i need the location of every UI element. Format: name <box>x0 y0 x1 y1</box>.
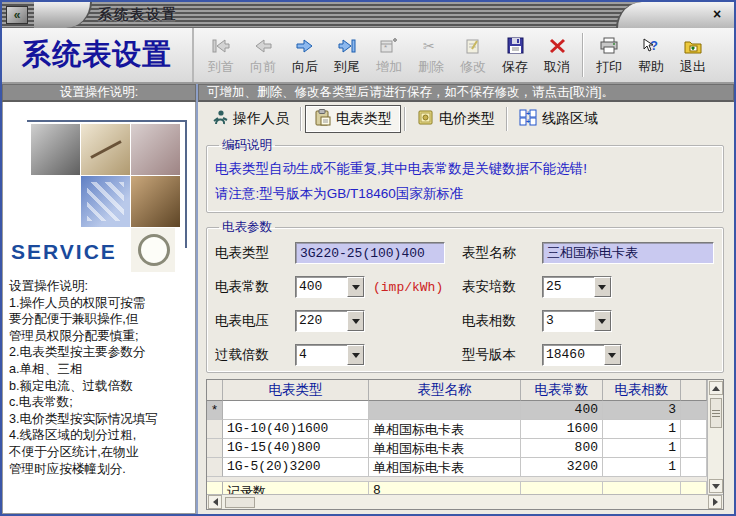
scroll-right-icon[interactable] <box>708 495 722 509</box>
close-icon[interactable]: × <box>708 5 726 23</box>
table-cell: 1600 <box>521 420 603 439</box>
app-window: « 系统表设置 × 系统表设置 到首向前向后到尾*增加✂删除修改保存取消打印?帮… <box>0 0 736 516</box>
table-cell <box>369 401 521 420</box>
chevron-down-icon[interactable] <box>604 345 621 365</box>
sidebar-panel: SERVICE 设置操作说明:1.操作人员的权限可按需要分配便于兼职操作,但管理… <box>2 102 196 514</box>
horizontal-scroll-thumb[interactable] <box>225 497 255 508</box>
ampere-dropdown[interactable]: 25 <box>542 276 612 298</box>
dropdown-value: 4 <box>296 345 347 365</box>
table-new-row[interactable]: *4003 <box>207 401 707 420</box>
edit-icon <box>465 35 481 57</box>
instruction-line: 管理员权限分配要慎重; <box>9 328 189 345</box>
row-selector[interactable] <box>207 458 223 477</box>
toolbar-button-next[interactable]: 向后 <box>285 30 325 80</box>
scroll-up-icon[interactable] <box>709 381 723 395</box>
table-cell: 1G-10(40)1600 <box>223 420 369 439</box>
params-groupbox: 电表参数 电表类型3G220-25(100)400表型名称三相国标电卡表电表常数… <box>206 219 724 373</box>
meter-type-table: 电表类型表型名称电表常数电表相数*40031G-10(40)1600单相国标电卡… <box>206 379 724 510</box>
field-overload: 过载倍数4 <box>215 344 456 366</box>
phase-dropdown[interactable]: 3 <box>542 310 612 332</box>
titlebar-ornament-left <box>34 2 92 28</box>
instructions-text: 设置操作说明:1.操作人员的权限可按需要分配便于兼职操作,但管理员权限分配要慎重… <box>9 278 189 477</box>
column-header[interactable]: 电表相数 <box>603 380 681 401</box>
vertical-scroll-thumb[interactable] <box>710 398 722 428</box>
instruction-line: b.额定电流、过载倍数 <box>9 378 189 395</box>
model-name-input[interactable]: 三相国标电卡表 <box>542 242 714 264</box>
chevron-down-icon[interactable] <box>594 277 611 297</box>
params-legend: 电表参数 <box>219 219 275 236</box>
tab-operators[interactable]: 操作人员 <box>204 106 297 131</box>
exit-icon <box>684 35 702 57</box>
tab-separator <box>506 107 508 131</box>
scroll-down-icon[interactable] <box>709 479 723 493</box>
collage-tile-keyboard <box>81 176 130 227</box>
tab-line-area[interactable]: ++线路区域 <box>511 106 606 132</box>
column-header[interactable]: 电表类型 <box>223 380 369 401</box>
toolbar-button-help[interactable]: ?帮助 <box>631 30 671 80</box>
collage-tile-pen <box>81 124 130 175</box>
model-version-dropdown[interactable]: 18460 <box>542 344 622 366</box>
toolbar-separator <box>582 33 584 77</box>
field-model-name: 表型名称三相国标电卡表 <box>462 242 715 264</box>
table-cell <box>681 439 707 458</box>
toolbar-button-first: 到首 <box>201 30 241 80</box>
tab-price-type[interactable]: 电价类型 <box>409 106 503 132</box>
toolbar-button-label: 向前 <box>250 58 276 76</box>
table-row[interactable]: 1G-5(20)3200单相国标电卡表32001 <box>207 458 707 477</box>
table-cell <box>223 401 369 420</box>
toolbar-button-print[interactable]: 打印 <box>589 30 629 80</box>
column-header[interactable]: 表型名称 <box>369 380 521 401</box>
table-cell: 1G-15(40)800 <box>223 439 369 458</box>
collage-tile-watch <box>131 228 175 272</box>
table-cell <box>681 420 707 439</box>
tab-bar: 操作人员电表类型电价类型++线路区域 <box>198 102 734 133</box>
scroll-left-icon[interactable] <box>208 495 222 509</box>
vertical-scrollbar[interactable] <box>707 380 723 494</box>
title-bar[interactable]: « 系统表设置 × <box>2 2 734 28</box>
dropdown-value: 400 <box>296 277 347 297</box>
chevron-down-icon[interactable] <box>347 311 364 331</box>
dropdown-value: 3 <box>543 311 594 331</box>
tab-separator <box>300 107 302 131</box>
table-row[interactable]: 1G-15(40)800单相国标电卡表8001 <box>207 439 707 458</box>
toolbar: 系统表设置 到首向前向后到尾*增加✂删除修改保存取消打印?帮助退出 <box>2 28 734 84</box>
svg-text:✂: ✂ <box>423 38 435 54</box>
toolbar-button-label: 删除 <box>418 58 444 76</box>
toolbar-button-save[interactable]: 保存 <box>495 30 535 80</box>
chevron-down-icon[interactable] <box>347 277 364 297</box>
toolbar-button-label: 到首 <box>208 58 234 76</box>
row-selector[interactable] <box>207 420 223 439</box>
app-icon: « <box>6 6 28 24</box>
toolbar-button-label: 到尾 <box>334 58 360 76</box>
clipboard-icon <box>314 109 331 129</box>
table-cell: 1 <box>603 420 681 439</box>
notice-bar: 可增加、删除、修改各类型后请进行保存，如不保存修改，请点击[取消]。 <box>198 84 734 102</box>
table-grid: 电表类型表型名称电表常数电表相数*40031G-10(40)1600单相国标电卡… <box>207 380 707 494</box>
row-selector[interactable] <box>207 380 223 401</box>
toolbar-button-last[interactable]: 到尾 <box>327 30 367 80</box>
row-selector[interactable] <box>207 439 223 458</box>
column-header[interactable] <box>681 380 707 401</box>
table-cell: 1 <box>603 458 681 477</box>
table-cell <box>681 401 707 420</box>
chevron-down-icon[interactable] <box>594 311 611 331</box>
meter-constant-dropdown[interactable]: 400 <box>295 276 365 298</box>
row-selector[interactable]: * <box>207 401 223 420</box>
table-cell: 3 <box>603 401 681 420</box>
field-meter-constant: 电表常数400(imp/kWh) <box>215 276 456 298</box>
nav-next-icon <box>295 35 315 57</box>
instruction-line: 1.操作人员的权限可按需 <box>9 295 189 312</box>
table-row[interactable]: 1G-10(40)1600单相国标电卡表16001 <box>207 420 707 439</box>
chevron-down-icon[interactable] <box>347 345 364 365</box>
voltage-dropdown[interactable]: 220 <box>295 310 365 332</box>
column-header[interactable]: 电表常数 <box>521 380 603 401</box>
price-book-icon <box>417 109 434 129</box>
tab-meter-type[interactable]: 电表类型 <box>305 105 401 133</box>
meter-type-input[interactable]: 3G220-25(100)400 <box>295 242 445 264</box>
toolbar-button-prev: 向前 <box>243 30 283 80</box>
overload-dropdown[interactable]: 4 <box>295 344 365 366</box>
toolbar-button-exit[interactable]: 退出 <box>673 30 713 80</box>
horizontal-scrollbar[interactable] <box>207 494 723 509</box>
toolbar-button-cancel[interactable]: 取消 <box>537 30 577 80</box>
tab-separator <box>404 107 406 131</box>
